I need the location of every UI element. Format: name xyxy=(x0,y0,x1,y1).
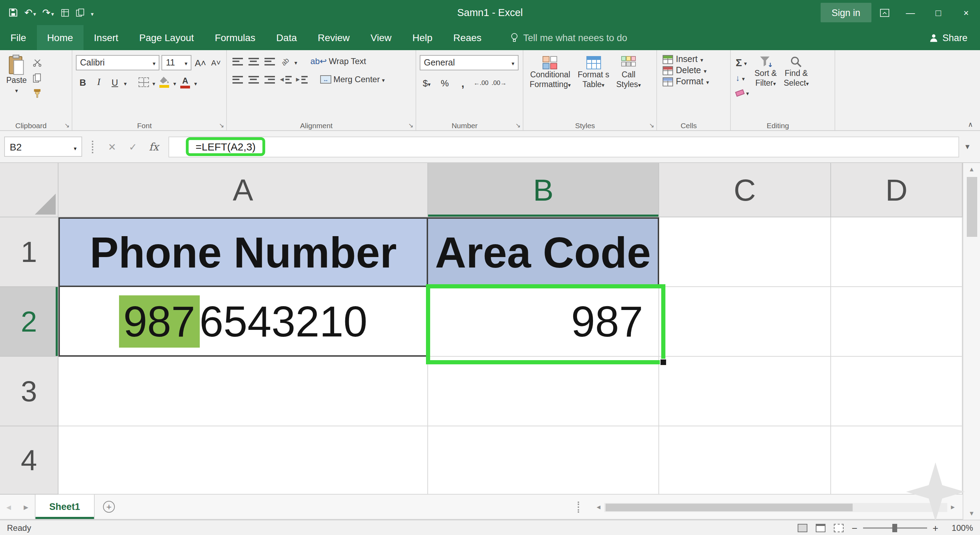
find-select-dropdown-icon[interactable] xyxy=(806,79,809,88)
undo-dropdown-icon[interactable] xyxy=(33,7,36,18)
select-all-corner[interactable] xyxy=(0,163,59,217)
sort-filter-dropdown-icon[interactable] xyxy=(773,79,776,88)
borders-dropdown-icon[interactable] xyxy=(153,76,155,88)
sign-in-button[interactable]: Sign in xyxy=(820,3,872,22)
cell-styles-dropdown-icon[interactable] xyxy=(638,80,641,89)
cell-b1[interactable]: Area Code xyxy=(428,217,659,287)
undo-button[interactable]: ↶ xyxy=(24,7,36,18)
row-header-1[interactable]: 1 xyxy=(0,217,59,287)
tab-help[interactable]: Help xyxy=(402,25,443,50)
increase-font-button[interactable]: A˄ xyxy=(194,56,207,69)
cell-b4[interactable] xyxy=(428,426,659,495)
font-color-button[interactable]: A xyxy=(178,76,192,88)
tab-home[interactable]: Home xyxy=(37,25,84,50)
conditional-formatting-button[interactable]: Conditional Formatting xyxy=(526,54,574,92)
ribbon-display-options-icon[interactable] xyxy=(873,0,896,25)
confirm-entry-button[interactable]: ✓ xyxy=(123,141,143,152)
normal-view-icon[interactable] xyxy=(797,524,807,532)
tab-view[interactable]: View xyxy=(360,25,402,50)
bold-button[interactable]: B xyxy=(76,76,90,88)
row-header-4[interactable]: 4 xyxy=(0,426,59,495)
cell-c4[interactable] xyxy=(659,426,831,495)
cell-a3[interactable] xyxy=(59,357,428,426)
font-name-combo[interactable]: Calibri xyxy=(76,55,160,70)
font-name-dropdown-icon[interactable] xyxy=(153,58,156,67)
custom-command-icon-2[interactable] xyxy=(76,8,84,17)
column-header-a[interactable]: A xyxy=(59,163,428,217)
tab-file[interactable]: File xyxy=(0,25,37,50)
cell-a1[interactable]: Phone Number xyxy=(59,217,428,287)
sort-filter-button[interactable]: Sort & Filter xyxy=(751,54,780,91)
autosum-dropdown-icon[interactable] xyxy=(744,57,747,67)
fill-color-button[interactable] xyxy=(157,76,171,88)
cell-a2[interactable]: 9876543210 xyxy=(59,287,428,357)
accounting-format-button[interactable]: $ xyxy=(420,77,434,89)
vscroll-up-icon[interactable]: ▲ xyxy=(963,163,980,176)
font-size-combo[interactable]: 11 xyxy=(162,55,192,70)
clear-dropdown-icon[interactable] xyxy=(746,88,749,97)
orientation-button[interactable]: ab xyxy=(278,55,292,67)
vscroll-thumb[interactable] xyxy=(966,177,977,237)
underline-button[interactable]: U xyxy=(108,76,122,88)
styles-dialog-launcher-icon[interactable]: ↘ xyxy=(649,122,654,129)
save-icon[interactable] xyxy=(8,8,18,18)
merge-center-dropdown-icon[interactable] xyxy=(382,75,385,84)
number-format-dropdown-icon[interactable] xyxy=(512,58,514,67)
row-header-3[interactable]: 3 xyxy=(0,357,59,426)
new-sheet-button[interactable]: + xyxy=(103,501,115,513)
align-top-button[interactable] xyxy=(231,55,244,67)
name-box[interactable]: B2 xyxy=(4,137,82,157)
italic-button[interactable]: I xyxy=(92,76,106,88)
copy-button[interactable] xyxy=(30,72,44,84)
cancel-entry-button[interactable]: ✕ xyxy=(102,141,123,152)
cell-styles-button[interactable]: Call Styles xyxy=(613,54,644,92)
tell-me-box[interactable]: Tell me what neees to do xyxy=(510,32,627,43)
tab-extra[interactable]: Reaes xyxy=(443,25,492,50)
column-header-c[interactable]: C xyxy=(659,163,831,217)
close-button[interactable]: × xyxy=(952,0,980,25)
clear-button[interactable] xyxy=(733,86,751,99)
format-cells-dropdown-icon[interactable] xyxy=(706,77,709,86)
align-middle-button[interactable] xyxy=(247,55,260,67)
vscroll-down-icon[interactable]: ▼ xyxy=(963,507,980,520)
custom-command-icon-1[interactable] xyxy=(60,8,69,17)
conditional-formatting-dropdown-icon[interactable] xyxy=(568,80,571,89)
format-as-table-dropdown-icon[interactable] xyxy=(602,80,605,89)
orientation-dropdown-icon[interactable] xyxy=(294,55,297,67)
align-center-button[interactable] xyxy=(247,73,260,86)
cut-button[interactable] xyxy=(30,56,44,69)
format-painter-button[interactable] xyxy=(30,87,44,100)
zoom-in-button[interactable]: + xyxy=(933,522,938,533)
borders-button[interactable] xyxy=(137,76,150,88)
wrap-text-button[interactable]: ab↩ Wrap Text xyxy=(308,55,368,67)
accounting-dropdown-icon[interactable] xyxy=(428,78,431,88)
row-header-2[interactable]: 2 xyxy=(0,287,59,357)
delete-cells-dropdown-icon[interactable] xyxy=(704,65,706,75)
underline-dropdown-icon[interactable] xyxy=(124,76,127,88)
cell-c3[interactable] xyxy=(659,357,831,426)
fill-dropdown-icon[interactable] xyxy=(742,73,745,83)
hscroll-thumb[interactable] xyxy=(606,503,853,511)
align-left-button[interactable] xyxy=(231,73,244,86)
zoom-slider-thumb[interactable] xyxy=(892,524,897,532)
name-box-dropdown-icon[interactable] xyxy=(74,141,76,152)
paste-dropdown-icon[interactable] xyxy=(15,85,18,96)
cell-d3[interactable] xyxy=(831,357,963,426)
tab-scroll-divider[interactable] xyxy=(578,501,579,513)
cell-d4[interactable] xyxy=(831,426,963,495)
cell-a4[interactable] xyxy=(59,426,428,495)
merge-center-button[interactable]: ↔ Merg Center xyxy=(318,73,387,86)
tab-insert[interactable]: Insert xyxy=(84,25,129,50)
redo-dropdown-icon[interactable] xyxy=(51,7,54,18)
sheet-nav-right-icon[interactable]: ► xyxy=(18,503,35,511)
font-size-dropdown-icon[interactable] xyxy=(185,58,188,67)
column-header-b[interactable]: B xyxy=(428,163,659,217)
delete-cells-button[interactable]: Delete xyxy=(660,65,727,76)
tab-data[interactable]: Data xyxy=(266,25,307,50)
collapse-ribbon-icon[interactable]: ∧ xyxy=(968,120,973,128)
clipboard-dialog-launcher-icon[interactable]: ↘ xyxy=(64,122,70,129)
hscroll-right-icon[interactable]: ► xyxy=(947,504,958,511)
horizontal-scrollbar[interactable]: ◄ ► xyxy=(593,502,958,512)
cell-c1[interactable] xyxy=(659,217,831,287)
tab-review[interactable]: Review xyxy=(307,25,360,50)
